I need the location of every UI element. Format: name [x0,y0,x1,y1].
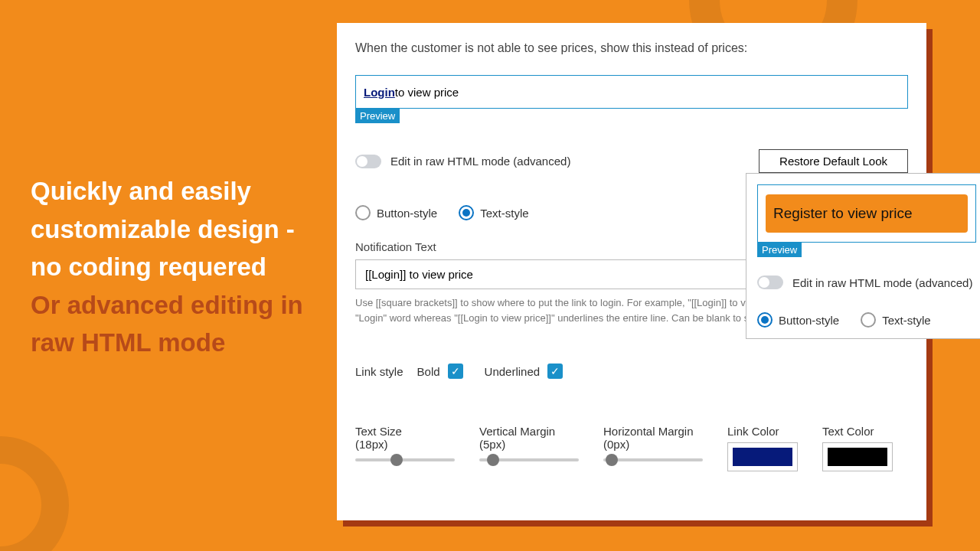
vertical-margin-slider[interactable] [479,458,579,461]
preview-box: Login to view price [355,75,908,109]
text-color-picker[interactable] [822,442,893,471]
raw-html-toggle[interactable] [355,155,381,168]
alt-preview-card: Register to view price Preview Edit in r… [746,173,980,339]
alt-radio-text-style[interactable] [861,312,876,328]
promo-line-1: Quickly and easily customizable design -… [31,177,295,281]
radio-text-style[interactable] [459,205,474,220]
horizontal-margin-block: Horizontal Margin (0px) [603,425,703,461]
section-heading: When the customer is not able to see pri… [355,41,908,55]
alt-radio-button-style-label: Button-style [779,314,839,327]
underlined-label: Underlined [485,365,541,378]
promo-headline: Quickly and easily customizable design -… [31,172,314,362]
alt-radio-button-style[interactable] [757,312,773,328]
alt-preview-box: Register to view price [757,184,976,243]
text-color-label: Text Color [822,425,893,438]
text-size-label: Text Size [355,425,455,438]
alt-preview-tag: Preview [757,243,802,257]
link-color-swatch [733,448,792,466]
alt-raw-html-toggle-label: Edit in raw HTML mode (advanced) [792,276,972,289]
link-color-label: Link Color [727,425,798,438]
vertical-margin-block: Vertical Margin (5px) [479,425,579,461]
bold-checkbox[interactable]: ✓ [448,364,463,379]
underlined-checkbox[interactable]: ✓ [547,364,563,379]
promo-line-2: Or advanced editing in raw HTML mode [31,291,303,357]
slider-thumb[interactable] [390,454,403,466]
decorative-arc [0,436,69,551]
preview-login-link[interactable]: Login [364,86,395,99]
vertical-margin-value: (5px) [479,438,579,451]
radio-button-style[interactable] [355,205,371,220]
radio-button-style-label: Button-style [377,207,437,220]
slider-thumb[interactable] [606,454,618,466]
text-size-slider[interactable] [355,458,455,461]
register-button[interactable]: Register to view price [766,194,968,233]
bold-label: Bold [417,365,440,378]
raw-html-toggle-label: Edit in raw HTML mode (advanced) [390,155,570,168]
text-color-swatch [828,448,887,466]
horizontal-margin-slider[interactable] [603,458,703,461]
restore-default-button[interactable]: Restore Default Look [759,149,908,173]
alt-raw-html-toggle[interactable] [757,276,783,289]
radio-text-style-label: Text-style [480,207,528,220]
preview-tag: Preview [355,109,400,123]
alt-radio-text-style-label: Text-style [882,314,930,327]
text-size-value: (18px) [355,438,455,451]
link-color-picker[interactable] [727,442,798,471]
horizontal-margin-value: (0px) [603,438,703,451]
vertical-margin-label: Vertical Margin [479,425,579,438]
link-style-label: Link style [355,365,403,378]
text-size-block: Text Size (18px) [355,425,455,461]
slider-thumb[interactable] [487,454,499,466]
horizontal-margin-label: Horizontal Margin [603,425,703,438]
link-color-block: Link Color [727,425,798,471]
text-color-block: Text Color [822,425,893,471]
preview-rest-text: to view price [395,86,459,99]
